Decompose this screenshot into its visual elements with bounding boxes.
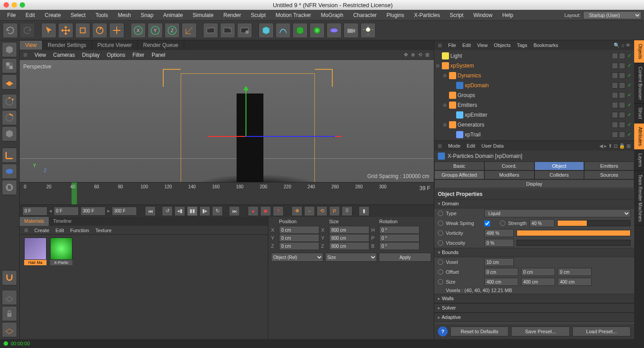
mat-menu-edit[interactable]: Edit — [55, 228, 64, 233]
attr-tab[interactable]: Object — [534, 161, 585, 170]
viewport-nav-icons[interactable]: ✥ ⊕ ⟲ ⊞ — [404, 52, 430, 58]
offset-y-field[interactable] — [521, 268, 555, 276]
size-y-field[interactable] — [521, 278, 555, 286]
menu-edit[interactable]: Edit — [21, 10, 39, 20]
menu-simulate[interactable]: Simulate — [188, 10, 218, 20]
om-menu-file[interactable]: File — [448, 42, 456, 48]
autokey-button[interactable]: ◉ — [260, 206, 271, 216]
range-b-field[interactable] — [80, 207, 106, 216]
menu-mograph[interactable]: MoGraph — [317, 10, 348, 20]
render-settings-button[interactable] — [237, 23, 252, 38]
menu-motion-tracker[interactable]: Motion Tracker — [271, 10, 315, 20]
attr-tab[interactable]: Emitters — [584, 161, 634, 170]
section-walls[interactable]: Walls — [434, 294, 634, 303]
render-pv-button[interactable] — [220, 23, 235, 38]
z-axis-lock[interactable]: Z — [165, 23, 180, 38]
zoom-window-button[interactable] — [20, 2, 25, 8]
rtab-team-render[interactable]: Team Render Machines — [634, 171, 644, 226]
menu-snap[interactable]: Snap — [136, 10, 158, 20]
rot-field[interactable] — [379, 234, 419, 242]
rtab-attributes[interactable]: Attributes — [634, 123, 644, 150]
strength-slider[interactable] — [557, 220, 631, 226]
type-select[interactable]: Liquid — [484, 209, 631, 217]
tree-item[interactable]: xpTrail✓ — [434, 130, 634, 140]
last-tool[interactable] — [109, 23, 124, 38]
locked-workplane-icon[interactable] — [2, 306, 17, 321]
3d-viewport[interactable]: Perspective Y Z Grid Spacing : 100000 cm — [20, 60, 434, 182]
rtab-content-browser[interactable]: Content Browser — [634, 63, 644, 104]
tree-item[interactable]: ⊟xpSystem✓ — [434, 61, 634, 71]
redo-button[interactable] — [20, 23, 35, 38]
key-scale-button[interactable]: ▫ — [304, 206, 315, 216]
range-start-field[interactable] — [22, 207, 47, 216]
rtab-layers[interactable]: Layers — [634, 150, 644, 171]
viewport-menu-view[interactable]: View — [34, 52, 46, 58]
viewport-menu-cameras[interactable]: Cameras — [53, 52, 75, 58]
pos-field[interactable] — [279, 226, 319, 234]
undo-button[interactable] — [3, 23, 18, 38]
menu-create[interactable]: Create — [40, 10, 65, 20]
coordinate-system-button[interactable] — [182, 23, 197, 38]
menu-sculpt[interactable]: Sculpt — [246, 10, 270, 20]
go-start-button[interactable]: ⏮ — [145, 206, 156, 216]
om-menu-edit[interactable]: Edit — [462, 42, 471, 48]
coord-mode-select[interactable]: Object (Rel) — [271, 253, 323, 262]
menu-mesh[interactable]: Mesh — [113, 10, 135, 20]
section-adaptive[interactable]: Adaptive — [434, 313, 634, 322]
tab-render-settings[interactable]: Render Settings — [42, 41, 92, 50]
strength-field[interactable] — [530, 219, 555, 227]
environment-button[interactable] — [326, 23, 342, 38]
tab-materials[interactable]: Materials — [20, 217, 49, 226]
rot-field[interactable] — [379, 242, 419, 250]
coord-apply-button[interactable]: Apply — [379, 253, 431, 262]
mat-menu-texture[interactable]: Texture — [95, 228, 111, 233]
primitive-cube-button[interactable] — [258, 23, 274, 38]
tab-view[interactable]: View — [20, 41, 42, 50]
move-tool[interactable] — [58, 23, 73, 38]
vorticity-slider[interactable] — [517, 230, 631, 236]
tree-item[interactable]: ⊟Dynamics✓ — [434, 71, 634, 81]
reset-defaults-button[interactable]: Reset to Defaults — [450, 327, 508, 336]
menu-plugins[interactable]: Plugins — [382, 10, 408, 20]
magnet-button[interactable] — [2, 270, 17, 285]
load-preset-button[interactable]: Load Preset... — [572, 327, 631, 336]
generator-button[interactable] — [292, 23, 308, 38]
menu-character[interactable]: Character — [349, 10, 381, 20]
viewport-menu-options[interactable]: Options — [107, 52, 125, 58]
size-field[interactable] — [329, 226, 369, 234]
keyframe-help-button[interactable]: ? — [273, 206, 284, 216]
attr-tab[interactable]: Coord. — [484, 161, 534, 170]
viewport-solo-button[interactable] — [2, 164, 17, 179]
viewport-menu-filter[interactable]: Filter — [132, 52, 144, 58]
material-swatch[interactable]: X-Partic — [50, 238, 72, 336]
section-domain[interactable]: Domain — [434, 199, 634, 208]
attr-tab[interactable]: Sources — [584, 170, 634, 179]
range-a-field[interactable] — [54, 207, 79, 216]
timeline-ruler[interactable]: 0204060801001201401601802002202402602803… — [20, 182, 434, 204]
close-window-button[interactable] — [4, 2, 9, 8]
offset-x-field[interactable] — [484, 268, 518, 276]
view-grid-icon[interactable] — [2, 322, 17, 337]
om-menu-bookmarks[interactable]: Bookmarks — [534, 42, 558, 48]
attr-tab[interactable]: Modifiers — [484, 170, 534, 179]
key-rotation-button[interactable]: ⟲ — [317, 206, 327, 216]
workplane-button[interactable] — [2, 74, 17, 89]
voxel-field[interactable] — [484, 258, 514, 266]
record-button[interactable]: ● — [248, 206, 258, 216]
menu-file[interactable]: File — [3, 10, 20, 20]
viewport-menu-display[interactable]: Display — [82, 52, 99, 58]
texture-mode-button[interactable] — [2, 58, 17, 73]
key-position-button[interactable]: ✥ — [292, 206, 302, 216]
minimize-window-button[interactable] — [12, 2, 17, 8]
menu-tools[interactable]: Tools — [91, 10, 112, 20]
size-field[interactable] — [329, 242, 369, 250]
camera-button[interactable] — [343, 23, 359, 38]
tree-item[interactable]: ⊟Generators✓ — [434, 120, 634, 130]
viscosity-slider[interactable] — [517, 240, 631, 246]
edges-mode-button[interactable] — [2, 110, 17, 125]
om-menu-tags[interactable]: Tags — [517, 42, 527, 48]
weak-spring-checkbox[interactable] — [484, 221, 490, 226]
coord-size-select[interactable]: Size — [325, 253, 377, 262]
tree-item[interactable]: Groups✓ — [434, 90, 634, 100]
snap-button[interactable]: S — [2, 180, 17, 195]
